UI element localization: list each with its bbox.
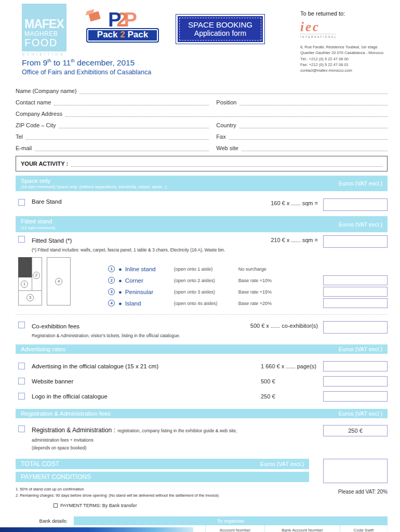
website-banner-checkbox[interactable] xyxy=(18,378,25,384)
position-field[interactable] xyxy=(239,100,388,105)
banner-pack2: Pack xyxy=(127,30,148,39)
activity-label: YOUR ACTIVITY : xyxy=(21,161,68,167)
option-inline-stand: 1 ● Inline stand (open onto 1 aisle) No … xyxy=(108,263,388,275)
option-corner: 2 ● Corner (open onto 2 aisles) Base rat… xyxy=(108,275,388,286)
event-date-sup1: th xyxy=(47,58,51,63)
option-4-rate: Base rate +20% xyxy=(238,301,272,306)
corner-surcharge-input[interactable] xyxy=(323,275,388,285)
field-row-company-address: Company Address xyxy=(16,110,388,117)
return-address-line1: 6, Rue Farabi, Résidence Toubkal, 1er et… xyxy=(300,44,389,50)
logo-catalogue-input[interactable] xyxy=(323,391,388,402)
total-cost-input[interactable] xyxy=(323,459,388,483)
advertising-catalogue-checkbox[interactable] xyxy=(18,363,25,369)
fax-label: Fax xyxy=(216,134,225,140)
option-3-number-icon: 3 xyxy=(108,288,115,295)
fitted-stand-subtitle: (12 sqm minimum) xyxy=(21,225,55,231)
bullet-icon: ● xyxy=(118,266,122,272)
zip-city-field[interactable] xyxy=(59,123,209,128)
return-address: 6, Rue Farabi, Résidence Toubkal, 1er et… xyxy=(300,44,389,73)
website-banner-price: 500 € xyxy=(261,378,323,384)
return-email: contact@mafex-morocco.com xyxy=(300,68,389,73)
fitted-stand-euros-label: Euros (VAT excl.) xyxy=(339,221,382,228)
return-to-block: To be returned to: iec INTERNATIONAL 6, … xyxy=(300,10,389,73)
fax-field[interactable] xyxy=(229,134,388,140)
fitted-stand-note: (*) Fitted stand includes: walls, carpet… xyxy=(32,247,225,252)
bare-stand-price: 160 € x ...... sqm = xyxy=(271,200,318,206)
option-4-label: Island xyxy=(125,300,174,307)
co-exhibition-checkbox[interactable] xyxy=(18,322,25,328)
logo-catalogue-checkbox[interactable] xyxy=(18,393,25,400)
total-cost-block: TOTAL COST Euros (VAT excl.) PAYMENT CON… xyxy=(16,459,388,483)
island-surcharge-input[interactable] xyxy=(323,298,388,308)
advertising-catalogue-label: Advertising in the official catalogue (1… xyxy=(32,363,158,369)
option-2-aisles: (open onto 2 aisles) xyxy=(174,278,238,283)
payment-condition-2: 2. Remaining charges: 90 days before sho… xyxy=(16,493,388,498)
bank-column-code-swift: Code Swift CNCAMAMR xyxy=(340,525,387,532)
tel-field[interactable] xyxy=(26,134,209,140)
event-dates-block: From 9th to 11th december, 2015 Office o… xyxy=(22,58,151,76)
bullet-icon: ● xyxy=(118,300,122,307)
bare-stand-amount-input[interactable] xyxy=(323,198,388,211)
dotted-separator xyxy=(16,314,388,315)
logo-catalogue-row: Logo in the official catalogue 250 € xyxy=(16,391,388,402)
diagram-number-3: 3 xyxy=(26,294,34,301)
event-date-part1: From 9 xyxy=(22,58,47,67)
bare-stand-checkbox[interactable] xyxy=(18,199,25,206)
option-3-aisles: (open onto 3 aisles) xyxy=(174,289,238,295)
company-address-field[interactable] xyxy=(65,111,388,117)
registration-sub-note: (depends on space booked) xyxy=(32,445,260,450)
payment-conditions-title: PAYMENT CONDITIONS xyxy=(21,473,91,481)
stand-type-options: 1 ● Inline stand (open onto 1 aisle) No … xyxy=(108,257,388,309)
section-fitted-stand-header: Fitted stand (12 sqm minimum) Euros (VAT… xyxy=(16,216,388,232)
event-date-sup2: th xyxy=(71,58,75,63)
form-title-line1: SPACE BOOKING xyxy=(179,20,262,29)
mafex-logo-maghreb: MAGHREB xyxy=(24,30,64,37)
mafex-logo-exhibition: EXHIBITION xyxy=(22,52,70,56)
website-banner-label: Website banner xyxy=(32,378,73,384)
payment-terms-checkbox[interactable] xyxy=(54,503,58,508)
fitted-stand-amount-input[interactable] xyxy=(323,235,388,248)
total-cost-euros-label: Euros (VAT excl.) xyxy=(260,461,304,467)
email-field[interactable] xyxy=(35,145,209,151)
fitted-stand-titles: Fitted stand (12 sqm minimum) xyxy=(21,218,55,230)
position-label: Position xyxy=(216,99,236,105)
total-cost-title: TOTAL COST xyxy=(21,460,59,468)
activity-box: YOUR ACTIVITY : xyxy=(16,156,388,171)
fitted-stand-checkbox[interactable] xyxy=(18,236,25,243)
website-banner-input[interactable] xyxy=(323,376,388,387)
registration-checkbox[interactable] xyxy=(18,425,25,432)
bank-account-number-header: Bank Account Number xyxy=(268,528,336,532)
peninsular-surcharge-input[interactable] xyxy=(323,287,388,297)
company-address-label: Company Address xyxy=(16,111,62,117)
p2p-letter-p1: P xyxy=(108,9,120,31)
banner-pack1: Pack xyxy=(97,30,118,39)
logo-catalogue-price: 250 € xyxy=(261,393,323,400)
option-peninsular: 3 ● Peninsular (open onto 3 aisles) Base… xyxy=(108,286,388,298)
website-field[interactable] xyxy=(242,145,388,151)
bullet-icon: ● xyxy=(118,277,122,284)
form-title-box-inner: SPACE BOOKING Application form xyxy=(178,16,263,42)
stand-diagram-divider-horizontal xyxy=(19,290,42,291)
country-field[interactable] xyxy=(239,123,388,128)
company-name-label: Name (Company name) xyxy=(16,88,76,94)
event-date-part2: to 11 xyxy=(51,58,71,67)
option-3-rate: Base rate +15% xyxy=(238,289,272,295)
payment-terms-label: PAYMENT TERMS: By Bank transfer xyxy=(60,503,137,508)
activity-field[interactable] xyxy=(71,161,382,167)
return-to-label: To be returned to: xyxy=(300,10,389,17)
bullet-icon: ● xyxy=(118,289,122,295)
iec-logo: iec xyxy=(300,20,389,33)
company-name-field[interactable] xyxy=(79,88,388,94)
bare-stand-label: Bare Stand xyxy=(32,198,62,205)
option-1-number-icon: 1 xyxy=(108,265,115,272)
mafex-logo-square: MAFEX MAGHREB FOOD xyxy=(22,4,66,51)
fitted-stand-row: Fitted Stand (*) (*) Fitted stand includ… xyxy=(16,235,388,252)
advertising-catalogue-price: 1 660 € x ...... page(s) xyxy=(261,363,323,369)
contact-name-field[interactable] xyxy=(54,100,209,105)
diagram-number-4: 4 xyxy=(55,278,62,285)
advertising-catalogue-input[interactable] xyxy=(323,361,388,371)
stand-diagram-dark-block xyxy=(18,257,32,277)
return-address-line2: Quartier Gauthier 20 070 Casablanca - Mo… xyxy=(300,50,389,56)
co-exhibition-amount-input[interactable] xyxy=(323,321,388,334)
advertising-euros-label: Euros (VAT excl.) xyxy=(339,346,382,352)
